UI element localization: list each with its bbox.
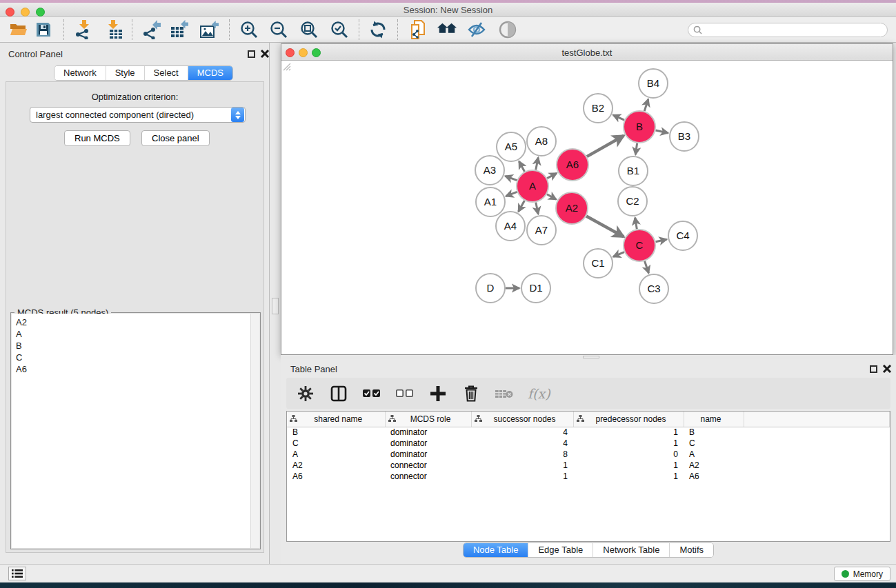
graph-edge-C-C4[interactable] xyxy=(655,239,666,242)
tab-style[interactable]: Style xyxy=(106,66,145,80)
column-header-successor-nodes[interactable]: successor nodes xyxy=(471,412,573,427)
graph-node-C3[interactable]: C3 xyxy=(639,274,668,303)
graph-node-A2[interactable]: A2 xyxy=(556,192,588,224)
scrollbar-track[interactable] xyxy=(250,314,259,548)
delete-table-icon[interactable] xyxy=(495,384,514,403)
graph-edge-B-B4[interactable] xyxy=(644,99,648,111)
close-panel-icon[interactable] xyxy=(882,364,892,374)
table-row[interactable]: A6connector11A6 xyxy=(287,471,890,482)
graph-node-A7[interactable]: A7 xyxy=(527,216,556,245)
graph-node-D[interactable]: D xyxy=(476,274,505,303)
graph-node-A6[interactable]: A6 xyxy=(557,149,588,181)
graph-edge-A-A7[interactable] xyxy=(536,203,538,214)
graph-node-A4[interactable]: A4 xyxy=(496,212,525,241)
clone-network-icon[interactable] xyxy=(408,20,429,39)
select-all-checkboxes-icon[interactable] xyxy=(362,384,381,403)
window-resize-grip[interactable] xyxy=(281,61,291,71)
tab-network-table[interactable]: Network Table xyxy=(593,543,670,557)
zoom-fit-icon[interactable] xyxy=(299,20,319,39)
zoom-in-icon[interactable] xyxy=(239,20,259,39)
graph-node-A5[interactable]: A5 xyxy=(497,132,526,161)
deselect-all-checkboxes-icon[interactable] xyxy=(395,384,415,403)
graph-edge-B-B2[interactable] xyxy=(613,115,624,120)
float-panel-icon[interactable] xyxy=(870,365,877,373)
mcds-result-list[interactable]: A2 A B C A6 xyxy=(12,314,259,548)
show-columns-icon[interactable] xyxy=(329,384,348,403)
run-mcds-button[interactable]: Run MCDS xyxy=(64,130,130,146)
network-window-titlebar[interactable]: testGlobe.txt xyxy=(281,44,893,61)
delete-column-trash-icon[interactable] xyxy=(461,384,481,403)
tab-mcds[interactable]: MCDS xyxy=(188,66,232,80)
close-panel-icon[interactable] xyxy=(260,49,270,59)
tab-edge-table[interactable]: Edge Table xyxy=(528,543,593,557)
graph-edge-A-A1[interactable] xyxy=(506,192,517,196)
export-image-icon[interactable] xyxy=(199,20,220,39)
export-table-icon[interactable] xyxy=(170,20,190,39)
graph-edge-C-C2[interactable] xyxy=(635,218,637,230)
vertical-splitter[interactable] xyxy=(270,43,281,564)
tab-network[interactable]: Network xyxy=(54,66,106,80)
graph-edge-A-A4[interactable] xyxy=(519,201,525,212)
column-header-name[interactable]: name xyxy=(684,412,744,427)
open-file-icon[interactable] xyxy=(8,20,29,39)
close-panel-button[interactable]: Close panel xyxy=(141,130,210,146)
export-network-icon[interactable] xyxy=(141,20,161,39)
node-table[interactable]: shared name MCDS role successor nodes pr… xyxy=(286,411,890,542)
network-graph[interactable]: B4B2BB3A8A5A6A3B1AA1C2A2A4A7C4CC1C3DD1 xyxy=(281,61,893,354)
graph-node-C1[interactable]: C1 xyxy=(584,249,613,278)
graph-node-C4[interactable]: C4 xyxy=(668,221,697,250)
hide-graphics-details-icon[interactable] xyxy=(466,20,487,39)
zoom-selected-icon[interactable] xyxy=(329,20,350,39)
graph-node-C[interactable]: C xyxy=(624,230,655,261)
graph-edge-A-A6[interactable] xyxy=(547,173,557,178)
graph-edge-A-A5[interactable] xyxy=(519,161,524,172)
tab-node-table[interactable]: Node Table xyxy=(464,543,529,557)
graph-edge-B-B3[interactable] xyxy=(655,130,668,133)
graph-node-C2[interactable]: C2 xyxy=(618,187,647,216)
show-graphics-details-icon[interactable] xyxy=(497,20,518,39)
graph-node-B4[interactable]: B4 xyxy=(639,69,668,98)
splitter-handle[interactable] xyxy=(272,298,279,314)
import-table-icon[interactable] xyxy=(105,20,126,39)
graph-node-B[interactable]: B xyxy=(624,111,655,143)
app-titlebar[interactable]: Session: New Session xyxy=(0,3,896,17)
graph-edge-C-C3[interactable] xyxy=(645,261,649,273)
task-history-button[interactable] xyxy=(8,567,26,580)
home-networks-icon[interactable] xyxy=(437,20,457,39)
graph-node-B3[interactable]: B3 xyxy=(670,122,699,151)
graph-edge-A2-C[interactable] xyxy=(586,216,624,237)
network-canvas[interactable]: B4B2BB3A8A5A6A3B1AA1C2A2A4A7C4CC1C3DD1 xyxy=(281,61,893,354)
graph-edge-B-B1[interactable] xyxy=(635,143,637,154)
graph-edge-C-C1[interactable] xyxy=(613,252,624,257)
table-row[interactable]: Cdominator41C xyxy=(287,438,890,449)
tab-motifs[interactable]: Motifs xyxy=(670,543,713,557)
graph-edge-A-A2[interactable] xyxy=(547,194,556,200)
graph-node-A[interactable]: A xyxy=(517,170,548,202)
tab-select[interactable]: Select xyxy=(145,66,188,80)
search-input[interactable] xyxy=(702,25,887,36)
graph-edge-A6-B[interactable] xyxy=(587,136,624,156)
save-icon[interactable] xyxy=(33,20,54,39)
add-column-icon[interactable] xyxy=(428,384,448,403)
zoom-out-icon[interactable] xyxy=(268,20,289,39)
table-row[interactable]: Bdominator41B xyxy=(287,427,890,438)
graph-node-B1[interactable]: B1 xyxy=(619,156,648,185)
mcds-result-item[interactable]: C xyxy=(12,352,250,363)
graph-node-D1[interactable]: D1 xyxy=(521,274,550,303)
search-field[interactable] xyxy=(688,23,888,37)
graph-node-A3[interactable]: A3 xyxy=(475,156,504,185)
import-network-icon[interactable] xyxy=(73,20,94,39)
splitter-handle[interactable] xyxy=(583,356,599,358)
mcds-result-item[interactable]: A6 xyxy=(12,363,250,375)
column-header-predecessor-nodes[interactable]: predecessor nodes xyxy=(573,412,684,427)
mcds-result-item[interactable]: A2 xyxy=(12,316,250,328)
mcds-result-item[interactable]: B xyxy=(12,340,250,352)
graph-node-A8[interactable]: A8 xyxy=(527,127,556,156)
refresh-layout-icon[interactable] xyxy=(368,20,388,39)
criterion-dropdown[interactable]: largest connected component (directed) xyxy=(30,107,246,123)
settings-gear-icon[interactable] xyxy=(296,384,315,403)
graph-node-B2[interactable]: B2 xyxy=(584,94,613,123)
column-header-shared-name[interactable]: shared name xyxy=(287,412,385,427)
graph-node-A1[interactable]: A1 xyxy=(476,187,505,216)
graph-edge-A-A8[interactable] xyxy=(536,158,539,170)
